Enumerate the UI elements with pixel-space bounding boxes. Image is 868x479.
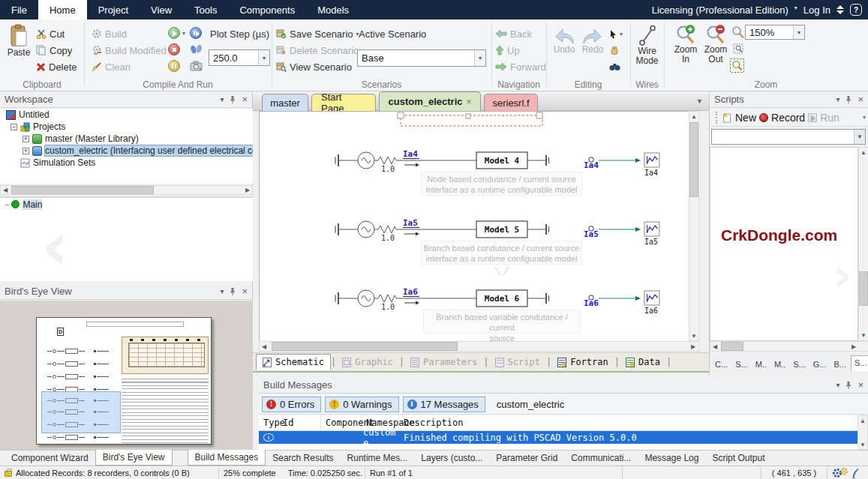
- projects-collapse-icon[interactable]: −: [11, 124, 17, 130]
- tab-communication[interactable]: Communicati...: [564, 451, 638, 466]
- licensing-menu[interactable]: Licensing (Professional Edition): [652, 4, 788, 16]
- birds-eye-viewport-rect[interactable]: [41, 391, 121, 433]
- build-close-icon[interactable]: ×: [857, 379, 863, 391]
- save-scenario-button[interactable]: Save Scenario▾: [276, 27, 359, 40]
- scripts-content[interactable]: › CrkDongle.com: [710, 147, 858, 341]
- tab-runtime-messages[interactable]: Runtime Mes...: [341, 451, 415, 466]
- zoom-in-button[interactable]: Zoom In: [671, 24, 700, 64]
- build-modified-button[interactable]: Build Modified: [92, 43, 167, 57]
- redo-button[interactable]: Redo: [579, 25, 606, 55]
- main-collapse-icon[interactable]: −: [5, 200, 9, 209]
- copy-button[interactable]: Copy: [36, 43, 72, 57]
- tab-overflow-icon[interactable]: ▼: [696, 97, 703, 105]
- delete-button[interactable]: Delete: [36, 60, 77, 73]
- tab-search-results[interactable]: Search Results: [266, 451, 340, 466]
- scripts-tab[interactable]: S...: [790, 358, 809, 371]
- scripts-tab-active[interactable]: S...: [851, 355, 868, 371]
- birds-eye-pin-icon[interactable]: [230, 287, 236, 296]
- build-scroll-down-icon[interactable]: ▼: [858, 440, 867, 449]
- menu-home[interactable]: Home: [38, 0, 87, 19]
- tree-item-projects[interactable]: − Projects: [0, 121, 253, 133]
- view-tab-parameters[interactable]: Parameters: [404, 355, 483, 370]
- plot-step-dropdown-icon[interactable]: ▾: [258, 50, 269, 65]
- run-button[interactable]: [168, 27, 180, 39]
- canvas-scroll-up-icon[interactable]: ▲: [689, 112, 698, 121]
- tab-parameter-grid[interactable]: Parameter Grid: [489, 451, 564, 466]
- plot-step-combobox[interactable]: 250.0▾: [209, 49, 270, 66]
- schematic-canvas[interactable]: 1.0 Ia4 Model 4 Ia4 Ia4: [259, 111, 689, 341]
- tree-item-untitled[interactable]: Untitled: [0, 109, 253, 121]
- filter-messages-button[interactable]: i 17 Messages: [403, 397, 485, 412]
- tree-item-simulation-sets[interactable]: Simulation Sets: [0, 157, 253, 169]
- menu-file[interactable]: File: [0, 0, 38, 19]
- tab-component-wizard[interactable]: Component Wizard: [5, 451, 95, 466]
- scripts-scroll-up-icon[interactable]: ▲: [859, 148, 868, 157]
- collapse-ribbon-icon[interactable]: [836, 5, 844, 14]
- scripts-tab[interactable]: C...: [712, 358, 731, 371]
- build-pin-icon[interactable]: [845, 381, 851, 390]
- tab-custom-electric[interactable]: custom_electric×: [379, 91, 481, 111]
- scripts-tab[interactable]: M..: [771, 358, 788, 371]
- view-tab-script[interactable]: Script: [489, 355, 546, 370]
- tree-item-custom-electric[interactable]: + custom_electric (Interfacing user defi…: [0, 145, 253, 157]
- view-tab-fortran[interactable]: Fortran: [551, 355, 614, 370]
- search-binoculars-button[interactable]: [609, 60, 620, 73]
- scripts-scroll-right-icon[interactable]: ▶: [849, 342, 858, 351]
- tab-script-output[interactable]: Script Output: [705, 451, 771, 466]
- selection-rect[interactable]: [398, 112, 542, 126]
- clean-button[interactable]: Clean: [92, 60, 131, 73]
- view-scenario-button[interactable]: View Scenario: [276, 60, 352, 73]
- workspace-scroll-right-icon[interactable]: ▶: [243, 186, 252, 194]
- wire-mode-button[interactable]: Wire Mode: [632, 24, 662, 66]
- back-button[interactable]: Back: [495, 27, 532, 40]
- canvas-scroll-left-icon[interactable]: ◀: [260, 342, 269, 351]
- workspace-hscrollbar[interactable]: ◀ ▶: [0, 185, 253, 195]
- zoom-level-dropdown-icon[interactable]: ▾: [793, 25, 804, 39]
- active-scenario-dropdown-icon[interactable]: ▾: [474, 50, 485, 66]
- scripts-tab[interactable]: G...: [810, 358, 830, 371]
- toolbar-overflow-icon[interactable]: ▾: [863, 114, 866, 121]
- slow-motion-icon[interactable]: [190, 43, 203, 55]
- tab-seriesrl[interactable]: seriesrl.f: [484, 94, 538, 111]
- scripts-menu-icon[interactable]: ▾: [836, 96, 839, 103]
- run-dropdown-icon[interactable]: ▾: [182, 30, 185, 37]
- menu-components[interactable]: Components: [228, 0, 306, 19]
- select-cursor-button[interactable]: ▾: [609, 27, 623, 40]
- menu-project[interactable]: Project: [87, 0, 140, 19]
- up-button[interactable]: Up: [495, 43, 520, 57]
- view-tab-graphic[interactable]: Graphic: [336, 355, 399, 370]
- canvas-scroll-down-icon[interactable]: ▼: [689, 331, 698, 340]
- menu-tools[interactable]: Tools: [183, 0, 228, 19]
- zoom-level-combobox[interactable]: 150%▾: [745, 25, 805, 40]
- tab-message-log[interactable]: Message Log: [638, 451, 705, 466]
- cut-button[interactable]: Cut: [36, 27, 65, 40]
- snapshot-camera-icon[interactable]: [190, 61, 203, 71]
- filter-errors-button[interactable]: ! 0 Errors: [262, 397, 321, 412]
- tab-start-page[interactable]: Start Page: [311, 94, 376, 111]
- step-run-button[interactable]: [190, 27, 202, 39]
- tab-birds-eye-view[interactable]: Bird's Eye View: [95, 450, 173, 466]
- view-tab-data[interactable]: Data: [620, 355, 666, 370]
- script-record-button[interactable]: Record: [759, 112, 805, 124]
- tab-build-messages[interactable]: Build Messages: [188, 450, 266, 466]
- zoom-extents-icon[interactable]: [733, 43, 744, 55]
- forward-button[interactable]: Forward: [495, 60, 546, 73]
- zoom-rectangle-icon[interactable]: [730, 58, 744, 73]
- tree-item-master[interactable]: + master (Master Library): [0, 133, 253, 145]
- paste-button[interactable]: Paste: [5, 24, 33, 58]
- birds-eye-menu-icon[interactable]: ▾: [220, 288, 224, 295]
- workspace-menu-icon[interactable]: ▾: [220, 96, 224, 103]
- view-tab-schematic[interactable]: Schematic: [256, 354, 331, 370]
- scripts-tab[interactable]: S...: [732, 358, 751, 371]
- scripts-close-icon[interactable]: ×: [857, 94, 863, 105]
- menu-view[interactable]: View: [140, 0, 183, 19]
- workspace-scroll-left-icon[interactable]: ◀: [1, 186, 10, 194]
- scripts-scroll-left-icon[interactable]: ◀: [710, 342, 719, 351]
- tab-layers[interactable]: Layers (custo...: [414, 451, 489, 466]
- delete-scenario-button[interactable]: Delete Scenario: [276, 43, 359, 57]
- filter-warnings-button[interactable]: ! 0 Warnings: [325, 397, 398, 412]
- build-button[interactable]: Build: [92, 27, 127, 40]
- magnifier-icon[interactable]: [731, 25, 745, 39]
- zoom-out-button[interactable]: Zoom Out: [701, 24, 730, 64]
- undo-button[interactable]: Undo: [551, 25, 578, 55]
